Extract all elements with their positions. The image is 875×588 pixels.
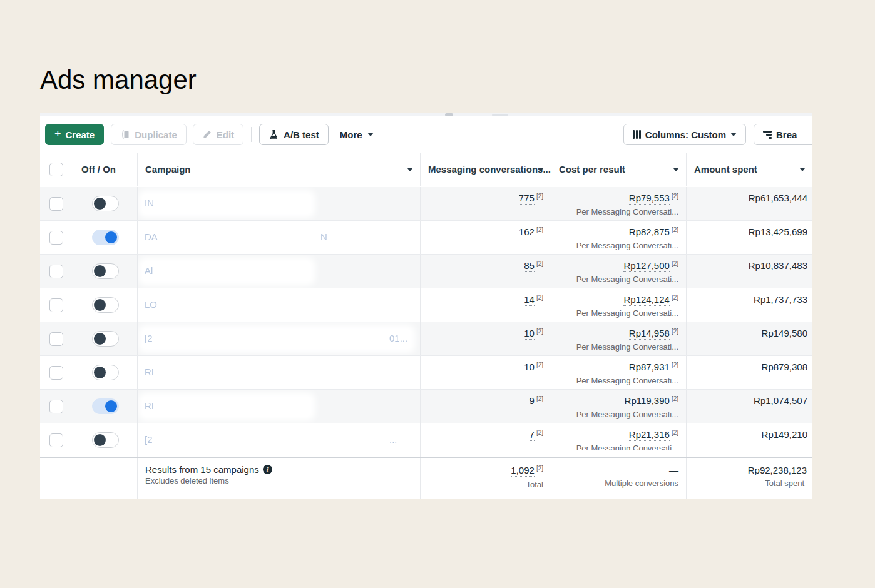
edit-button[interactable]: Edit [193, 124, 243, 145]
column-header-conversations[interactable]: Messaging conversations... [421, 153, 551, 186]
campaign-name-cell[interactable]: [2 01... [138, 322, 421, 355]
cost-total-cell: — Multiple conversions [551, 458, 687, 499]
campaign-name-cell[interactable]: DA N [138, 221, 421, 254]
row-checkbox[interactable] [49, 433, 63, 447]
table-body: IN 775[2] Rp79,553[2] Per Messaging Conv… [40, 187, 812, 457]
row-checkbox[interactable] [49, 332, 63, 346]
table-row: DA N 162[2] Rp82,875[2] Per Messaging Co… [40, 221, 812, 255]
campaign-toggle[interactable] [92, 196, 119, 211]
create-button[interactable]: + Create [45, 124, 104, 145]
plus-icon: + [54, 128, 61, 139]
conversations-cell: 85[2] [421, 255, 551, 288]
amount-spent-cell: Rp149,210 [687, 423, 812, 457]
footnote-marker: [2] [536, 429, 543, 436]
table-footer-row: Results from 15 campaigns i Excludes del… [40, 457, 812, 499]
total-label: Total [421, 479, 551, 490]
campaign-toggle[interactable] [92, 263, 119, 279]
cost-per-result-cell: Rp82,875[2] Per Messaging Conversati... [551, 221, 687, 254]
toolbar: + Create Duplicate Edit A/B test More Co… [40, 116, 812, 153]
column-header-spent[interactable]: Amount spent [687, 153, 812, 186]
row-checkbox[interactable] [49, 366, 63, 380]
campaign-name-cell[interactable]: LO [138, 288, 421, 322]
toolbar-divider [251, 127, 252, 142]
row-checkbox[interactable] [49, 298, 63, 312]
row-checkbox[interactable] [49, 197, 63, 211]
conversations-cell: 14[2] [421, 288, 551, 322]
chevron-down-icon [367, 133, 374, 136]
campaign-toggle[interactable] [92, 331, 119, 347]
footnote-marker: [2] [536, 362, 543, 368]
conversations-cell: 162[2] [421, 221, 551, 254]
conversations-cell: 10[2] [421, 322, 551, 355]
campaign-name-cell[interactable]: IN [138, 187, 421, 220]
conversations-cell: 9[2] [421, 390, 551, 423]
spent-total-cell: Rp92,238,123 Total spent [687, 458, 812, 499]
footnote-marker: [2] [536, 226, 543, 233]
columns-icon [633, 130, 641, 139]
footnote-marker: [2] [672, 226, 678, 233]
footnote-marker: [2] [672, 260, 678, 267]
duplicate-icon [120, 129, 130, 139]
table-row: LO 14[2] Rp124,124[2] Per Messaging Conv… [40, 288, 812, 322]
more-menu-button[interactable]: More [340, 129, 374, 140]
footnote-marker: [2] [672, 294, 678, 301]
campaign-name-cell[interactable]: RI [138, 390, 421, 423]
result-type-label: Per Messaging Conversati... [551, 240, 686, 251]
duplicate-button[interactable]: Duplicate [111, 124, 187, 145]
result-type-label: Per Messaging Conversati... [551, 308, 686, 318]
ab-test-button[interactable]: A/B test [259, 124, 329, 145]
footnote-marker: [2] [536, 294, 543, 301]
row-checkbox[interactable] [49, 400, 63, 413]
breakdown-icon [763, 131, 772, 139]
table-row: [2 01... 10[2] Rp14,958[2] Per Messaging… [40, 322, 812, 356]
select-all-checkbox[interactable] [49, 163, 63, 176]
table-row: [2 ... 7[2] Rp21,316[2] Per Messaging Co… [40, 423, 812, 457]
row-checkbox[interactable] [49, 265, 63, 278]
column-header-cost[interactable]: Cost per result [551, 153, 687, 186]
campaign-name-cell[interactable]: Al [138, 255, 421, 288]
table-row: RI 9[2] Rp119,390[2] Per Messaging Conve… [40, 390, 812, 423]
campaign-toggle[interactable] [92, 230, 119, 245]
excludes-deleted-label: Excludes deleted items [138, 475, 420, 485]
column-header-off-on: Off / On [73, 164, 116, 175]
conversations-cell: 775[2] [421, 187, 551, 220]
footnote-marker: [2] [536, 395, 543, 402]
breakdown-button[interactable]: Brea [754, 124, 812, 145]
redacted-campaign-name [141, 362, 312, 383]
sort-caret-icon[interactable] [407, 168, 412, 171]
campaign-toggle[interactable] [92, 365, 119, 380]
redacted-campaign-name [141, 328, 412, 350]
table-header-row: Off / On Campaign Messaging conversation… [40, 153, 812, 186]
toolbar-right-group: Columns: Custom Brea [623, 124, 812, 145]
redacted-campaign-name [141, 396, 312, 417]
sort-caret-icon[interactable] [800, 168, 805, 171]
campaign-name-cell[interactable]: RI [138, 356, 421, 389]
campaign-toggle[interactable] [92, 432, 119, 448]
amount-spent-cell: Rp61,653,444 [687, 187, 812, 220]
redacted-campaign-name [141, 295, 312, 316]
conversations-cell: 10[2] [421, 356, 551, 389]
sort-caret-icon[interactable] [538, 168, 543, 171]
redacted-campaign-name [141, 261, 312, 282]
info-icon[interactable]: i [263, 465, 272, 474]
amount-spent-cell: Rp1,074,507 [687, 390, 812, 423]
result-type-label: Per Messaging Conversati... [551, 375, 686, 386]
campaign-toggle[interactable] [92, 398, 119, 414]
multiple-conversions-label: Multiple conversions [551, 478, 686, 489]
redacted-campaign-name [141, 193, 312, 215]
total-spent-label: Total spent [687, 478, 812, 489]
row-checkbox[interactable] [49, 231, 63, 245]
column-header-campaign[interactable]: Campaign [138, 153, 421, 186]
amount-spent-cell: Rp1,737,733 [687, 288, 812, 322]
campaign-toggle[interactable] [92, 297, 119, 313]
result-type-label: Per Messaging Conversati... [551, 443, 686, 450]
campaign-name-cell[interactable]: [2 ... [138, 423, 421, 457]
flask-icon [269, 129, 279, 140]
columns-button[interactable]: Columns: Custom [623, 124, 746, 145]
amount-spent-cell: Rp149,580 [687, 322, 812, 355]
footnote-marker: [2] [536, 328, 543, 335]
page-title: Ads manager [40, 65, 197, 95]
conversations-total-cell: 1,092[2] Total [421, 458, 551, 499]
redacted-campaign-name [141, 430, 412, 451]
sort-caret-icon[interactable] [673, 168, 678, 171]
